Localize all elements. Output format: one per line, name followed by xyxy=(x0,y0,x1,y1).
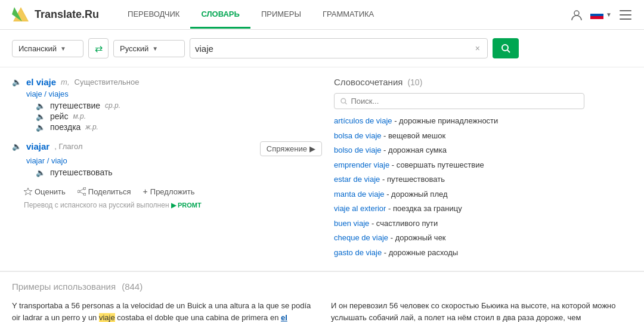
star-icon xyxy=(24,187,32,196)
language-flag[interactable]: ▼ xyxy=(590,11,612,19)
speaker-trans-2[interactable]: 🔈 xyxy=(36,123,45,132)
share-label: Поделиться xyxy=(88,187,131,196)
conjugation-label: Спряжение xyxy=(267,144,307,153)
swap-languages-button[interactable]: ⇄ xyxy=(88,38,109,58)
entry-word-viajar: viajar xyxy=(26,141,49,151)
translation-text-verb-0: путешествовать xyxy=(50,168,113,177)
promt-line: Перевод с испанского на русский выполнен… xyxy=(24,201,322,209)
collocation-link-2[interactable]: bolso de viaje xyxy=(334,145,382,154)
collocations-header: Словосочетания (10) xyxy=(334,77,584,87)
speaker-trans-0[interactable]: 🔈 xyxy=(36,101,45,110)
collocation-3: emprender viaje - совершать путешествие xyxy=(334,159,584,171)
left-panel: 🔈 el viaje m, Существительное viaje / vi… xyxy=(12,77,322,261)
search-input[interactable] xyxy=(195,44,473,54)
search-button[interactable] xyxy=(493,38,519,58)
collocation-link-4[interactable]: estar de viaje xyxy=(334,175,380,184)
svg-point-14 xyxy=(83,193,86,196)
speaker-viajar-icon[interactable]: 🔈 xyxy=(12,142,21,151)
svg-rect-8 xyxy=(620,14,631,16)
nav-examples[interactable]: ПРИМЕРЫ xyxy=(250,1,312,29)
collocation-link-3[interactable]: emprender viaje xyxy=(334,160,389,169)
menu-icon[interactable] xyxy=(619,8,632,21)
speaker-trans-1[interactable]: 🔈 xyxy=(36,112,45,121)
rate-link[interactable]: Оценить xyxy=(24,187,66,196)
svg-rect-9 xyxy=(620,18,631,20)
main-nav: ПЕРЕВОДЧИК СЛОВАРЬ ПРИМЕРЫ ГРАММАТИКА xyxy=(117,1,570,28)
suggest-link[interactable]: + Предложить xyxy=(143,187,195,196)
collocation-9: gasto de viaje - дорожные расходы xyxy=(334,247,584,259)
example-0-highlight: viaje xyxy=(99,313,115,322)
svg-point-13 xyxy=(83,187,86,190)
target-lang-arrow: ▼ xyxy=(152,45,158,52)
logo-text: Translate.Ru xyxy=(35,8,99,21)
svg-rect-4 xyxy=(590,11,603,14)
nav-dictionary[interactable]: СЛОВАРЬ xyxy=(190,1,250,29)
collocation-0: artículos de viaje - дорожные принадлежн… xyxy=(334,115,584,127)
conjugation-button[interactable]: Спряжение ▶ xyxy=(260,141,322,156)
logo[interactable]: Translate.Ru xyxy=(12,6,99,24)
entry-word-link-viajar[interactable]: viajar xyxy=(26,141,49,151)
share-icon xyxy=(78,187,86,196)
entry-viaje-header: 🔈 el viaje m, Существительное xyxy=(12,77,322,87)
suggest-label: Предложить xyxy=(150,187,195,196)
translation-item-1: 🔈 рейс м.р. xyxy=(36,112,322,121)
translation-gender-2: ж.р. xyxy=(85,123,98,131)
svg-rect-6 xyxy=(590,16,603,19)
collocation-link-7[interactable]: buen viaje xyxy=(334,219,369,228)
svg-rect-7 xyxy=(620,10,631,11)
entry-word-link-viaje[interactable]: el viaje xyxy=(26,77,56,87)
footer-actions: Оценить Поделиться + Предложить xyxy=(24,187,322,196)
svg-line-17 xyxy=(80,192,83,194)
source-lang-arrow: ▼ xyxy=(60,45,66,52)
collocation-search-icon xyxy=(340,98,347,105)
svg-line-19 xyxy=(345,102,347,104)
examples-count: (844) xyxy=(122,281,143,292)
user-icon[interactable] xyxy=(570,8,583,21)
svg-point-15 xyxy=(78,190,80,193)
svg-rect-5 xyxy=(590,14,603,16)
svg-point-18 xyxy=(341,98,346,103)
speaker-verb-0[interactable]: 🔈 xyxy=(36,168,45,177)
collocation-link-0[interactable]: artículos de viaje xyxy=(334,116,392,125)
collocation-link-5[interactable]: manta de viaje xyxy=(334,190,385,199)
translation-gender-0: ср.р. xyxy=(105,101,120,110)
collocations-search-wrap xyxy=(334,93,584,109)
collocation-2: bolso de viaje - дорожная сумка xyxy=(334,144,584,156)
nav-translator[interactable]: ПЕРЕВОДЧИК xyxy=(117,1,190,29)
entry-viajar-header-row: 🔈 viajar , Глагол Спряжение ▶ xyxy=(12,141,322,156)
svg-marker-12 xyxy=(24,188,32,195)
collocations-search-input[interactable] xyxy=(351,97,578,106)
speaker-viaje-icon[interactable]: 🔈 xyxy=(12,78,21,86)
entry-forms-link-viaje[interactable]: viaje / viajes xyxy=(26,89,69,98)
share-link[interactable]: Поделиться xyxy=(78,187,131,196)
nav-grammar[interactable]: ГРАММАТИКА xyxy=(312,1,385,29)
logo-icon xyxy=(12,6,30,24)
entry-viajar-verb: 🔈 viajar , Глагол Спряжение ▶ viajar / v… xyxy=(12,141,322,177)
target-language-select[interactable]: Русский ▼ xyxy=(113,40,185,57)
collocation-6: viaje al exterior - поездка за границу xyxy=(334,203,584,215)
collocation-link-6[interactable]: viaje al exterior xyxy=(334,204,386,213)
examples-grid: Y transportaba a 56 personas a la veloci… xyxy=(12,300,632,322)
entry-word-viaje: el viaje xyxy=(26,77,56,87)
right-panel: Словосочетания (10) artículos de viaje -… xyxy=(334,77,584,261)
collocation-7: buen viaje - счастливого пути xyxy=(334,218,584,230)
collocations-title: Словосочетания xyxy=(334,77,402,87)
main-content: 🔈 el viaje m, Существительное viaje / vi… xyxy=(0,67,644,271)
source-language-select[interactable]: Испанский ▼ xyxy=(12,40,83,57)
collocation-link-8[interactable]: cheque de viaje xyxy=(334,233,388,242)
entry-forms-link-viajar[interactable]: viajar / viajo xyxy=(26,156,67,165)
header-right: ▼ xyxy=(570,8,632,21)
example-0-link[interactable]: el Normandie xyxy=(12,313,287,323)
examples-header: Примеры использования (844) xyxy=(12,281,632,292)
collocations-list: artículos de viaje - дорожные принадлежн… xyxy=(334,115,584,258)
entry-forms-viaje: viaje / viajes xyxy=(26,89,322,98)
collocations-count: (10) xyxy=(407,78,422,87)
rate-label: Оценить xyxy=(35,187,66,196)
collocation-link-9[interactable]: gasto de viaje xyxy=(334,248,382,257)
svg-point-10 xyxy=(502,45,508,51)
clear-button[interactable]: × xyxy=(473,42,482,54)
examples-title: Примеры использования xyxy=(12,281,116,292)
entry-viajar-header: 🔈 viajar , Глагол xyxy=(12,141,83,151)
collocation-link-1[interactable]: bolsa de viaje xyxy=(334,131,382,140)
translation-item-2: 🔈 поездка ж.р. xyxy=(36,122,322,132)
